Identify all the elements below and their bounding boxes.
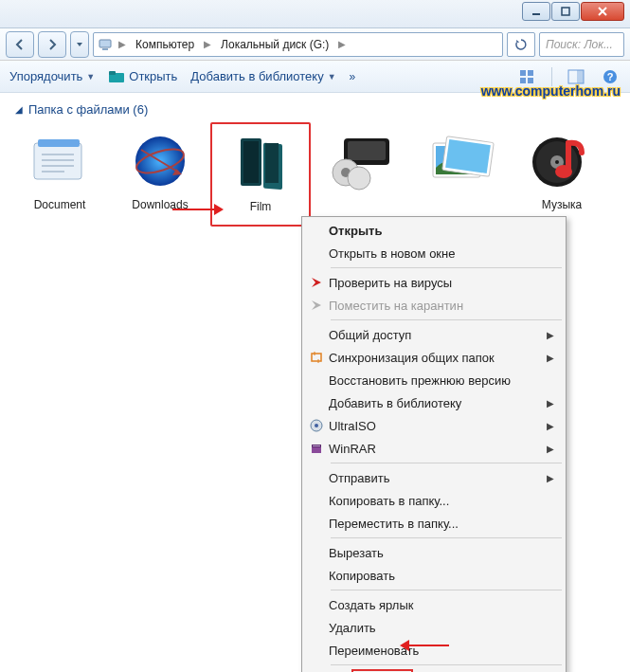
command-bar: Упорядочить▼ Открыть Добавить в библиоте… [0, 61, 630, 93]
context-menu: Открыть Открыть в новом окне Проверить н… [301, 216, 567, 672]
svg-point-42 [555, 165, 572, 178]
folder-item-film[interactable]: Film [210, 122, 311, 227]
forward-button[interactable] [38, 31, 66, 58]
svg-rect-29 [348, 141, 386, 160]
downloads-folder-icon [122, 128, 198, 196]
submenu-arrow-icon: ▶ [547, 473, 554, 483]
film-folder-icon [223, 130, 298, 198]
svg-rect-49 [313, 445, 320, 446]
music-folder-icon [524, 128, 600, 196]
ctx-shortcut[interactable]: Создать ярлык [304, 593, 564, 616]
help-button[interactable]: ? [600, 66, 621, 87]
search-placeholder: Поиск: Лок... [546, 38, 613, 51]
svg-rect-8 [520, 70, 526, 76]
computer-icon [98, 38, 113, 51]
submenu-arrow-icon: ▶ [547, 353, 554, 363]
ctx-open-new-window[interactable]: Открыть в новом окне [304, 242, 564, 264]
svg-rect-4 [99, 40, 111, 47]
chevron-down-icon: ▼ [328, 72, 336, 82]
svg-rect-16 [34, 143, 81, 179]
ctx-rename[interactable]: Переименовать [304, 639, 564, 662]
view-mode-button[interactable] [517, 66, 538, 87]
svg-rect-44 [312, 354, 321, 361]
group-header[interactable]: ◢ Папка с файлами (6) [0, 93, 630, 122]
sync-icon [304, 351, 329, 364]
kaspersky-grey-icon [304, 299, 329, 312]
chevron-right-icon: ▶ [202, 39, 213, 49]
chevron-right-icon: ▶ [336, 39, 348, 49]
organize-menu[interactable]: Упорядочить▼ [9, 69, 95, 83]
ctx-restore[interactable]: Восстановить прежнюю версию [304, 369, 564, 391]
ctx-move-to[interactable]: Переместить в папку... [304, 512, 564, 535]
svg-rect-1 [562, 8, 569, 15]
chevron-right-icon: ▶ [117, 39, 128, 49]
collapse-triangle-icon: ◢ [15, 104, 23, 115]
folder-icon [108, 70, 125, 83]
ultraiso-icon [304, 419, 329, 432]
group-header-label: Папка с файлами (6) [28, 102, 148, 117]
breadcrumb-computer[interactable]: Компьютер [132, 36, 198, 53]
add-to-library-menu[interactable]: Добавить в библиотеку▼ [190, 69, 335, 83]
submenu-arrow-icon: ▶ [547, 421, 554, 431]
window-controls [522, 2, 624, 21]
ctx-properties[interactable]: Свойства [304, 668, 564, 672]
svg-point-32 [348, 167, 370, 190]
svg-rect-26 [243, 141, 259, 183]
submenu-arrow-icon: ▶ [547, 330, 554, 340]
svg-rect-13 [577, 70, 584, 83]
refresh-button[interactable] [507, 32, 535, 57]
svg-rect-17 [38, 139, 80, 147]
ctx-quarantine: Поместить на карантин [304, 294, 564, 317]
item-label: Музыка [515, 198, 608, 211]
item-label: Film [216, 200, 305, 213]
back-button[interactable] [6, 31, 34, 58]
ctx-send[interactable]: Отправить▶ [304, 466, 564, 489]
titlebar [0, 0, 630, 28]
ctx-add-library[interactable]: Добавить в библиотеку▶ [304, 391, 564, 414]
search-input[interactable]: Поиск: Лок... [539, 32, 624, 57]
nav-bar: ▶ Компьютер ▶ Локальный диск (G:) ▶ Поис… [0, 28, 630, 61]
svg-rect-9 [528, 70, 533, 76]
breadcrumb-disk[interactable]: Локальный диск (G:) [217, 36, 333, 53]
svg-rect-37 [445, 139, 491, 173]
svg-rect-11 [528, 78, 533, 83]
item-label: Document [13, 198, 106, 211]
kaspersky-icon [304, 276, 329, 289]
chevron-down-icon: ▼ [86, 72, 95, 82]
ctx-share[interactable]: Общий доступ▶ [304, 323, 564, 346]
close-button[interactable] [581, 2, 624, 21]
folder-item-music[interactable]: Музыка [512, 122, 612, 227]
preview-pane-button[interactable] [566, 66, 586, 87]
svg-rect-5 [102, 48, 108, 50]
open-button[interactable]: Открыть [108, 69, 177, 83]
ctx-copy-to[interactable]: Копировать в папку... [304, 489, 564, 512]
submenu-arrow-icon: ▶ [547, 444, 554, 454]
ctx-ultraiso[interactable]: UltraISO▶ [304, 414, 564, 437]
ctx-delete[interactable]: Удалить [304, 616, 564, 639]
svg-point-46 [315, 424, 318, 427]
games-folder-icon [323, 128, 399, 196]
minimize-button[interactable] [522, 2, 550, 21]
submenu-arrow-icon: ▶ [547, 398, 554, 409]
ctx-cut[interactable]: Вырезать [304, 541, 564, 564]
item-label: Downloads [114, 198, 207, 211]
maximize-button[interactable] [551, 2, 580, 21]
ctx-winrar[interactable]: WinRAR▶ [304, 437, 564, 460]
breadcrumb[interactable]: ▶ Компьютер ▶ Локальный диск (G:) ▶ [93, 32, 503, 57]
ctx-open[interactable]: Открыть [304, 219, 564, 242]
svg-rect-10 [520, 78, 526, 83]
folder-item-games[interactable] [311, 122, 411, 227]
folder-item-wallpapers[interactable] [411, 122, 512, 227]
svg-text:?: ? [607, 71, 614, 82]
ctx-sync[interactable]: Синхронизация общих папок▶ [304, 346, 564, 369]
wallpapers-folder-icon [423, 128, 499, 196]
ctx-copy[interactable]: Копировать [304, 564, 564, 587]
svg-point-41 [555, 160, 559, 164]
svg-rect-27 [265, 143, 279, 183]
folder-item-downloads[interactable]: Downloads [110, 122, 210, 227]
folder-item-document[interactable]: Document [9, 122, 110, 227]
winrar-icon [304, 442, 329, 455]
ctx-scan-virus[interactable]: Проверить на вирусы [304, 271, 564, 294]
overflow-menu[interactable]: » [350, 70, 356, 83]
history-dropdown[interactable] [70, 31, 89, 58]
